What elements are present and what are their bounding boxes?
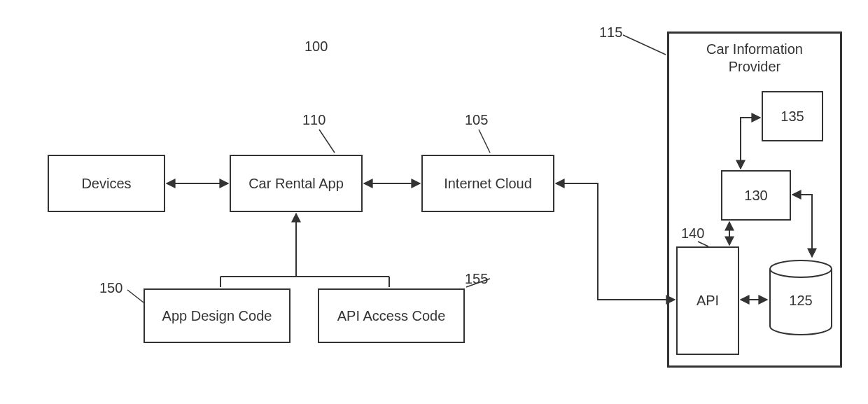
provider-title-line2: Provider: [729, 59, 780, 74]
svg-line-10: [623, 35, 666, 55]
box-130-label: 130: [744, 188, 767, 204]
ref-115: 115: [599, 25, 622, 41]
svg-line-9: [479, 130, 490, 153]
ref-105: 105: [465, 112, 488, 128]
box-internet-cloud: Internet Cloud: [421, 155, 554, 212]
box-internet-cloud-label: Internet Cloud: [444, 176, 532, 192]
ref-110: 110: [302, 112, 326, 128]
svg-text:125: 125: [789, 293, 812, 308]
box-app-design-code-label: App Design Code: [162, 308, 272, 324]
box-devices: Devices: [48, 155, 165, 212]
box-130: 130: [721, 170, 791, 221]
box-devices-label: Devices: [81, 176, 131, 192]
box-api-access-code: API Access Code: [318, 288, 465, 343]
provider-title: Car Information Provider: [669, 41, 840, 76]
box-135-label: 135: [780, 109, 804, 125]
svg-line-8: [319, 130, 335, 153]
provider-title-line1: Car Information: [706, 41, 803, 57]
box-api-access-code-label: API Access Code: [337, 308, 446, 324]
box-car-rental-app: Car Rental App: [230, 155, 363, 212]
box-app-design-code: App Design Code: [144, 288, 290, 343]
diagram-stage: 100 110 105 115 150 155 140 Devices Car …: [0, 0, 868, 404]
ref-100: 100: [304, 39, 328, 55]
ref-155: 155: [465, 271, 488, 287]
cylinder-125: 125: [769, 259, 833, 340]
ref-150: 150: [99, 280, 122, 296]
box-135: 135: [762, 91, 823, 141]
svg-line-11: [127, 290, 144, 302]
box-api: API: [676, 246, 739, 355]
svg-point-0: [770, 260, 832, 277]
box-api-label: API: [696, 293, 719, 309]
box-car-rental-app-label: Car Rental App: [248, 176, 344, 192]
